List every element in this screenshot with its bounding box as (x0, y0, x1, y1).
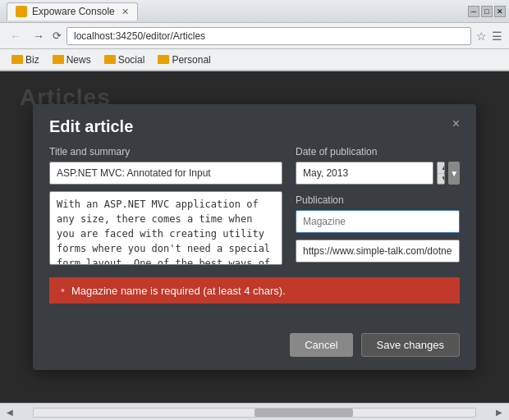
cancel-button[interactable]: Cancel (290, 333, 352, 357)
folder-icon (53, 55, 64, 64)
bookmark-biz[interactable]: Biz (7, 52, 44, 67)
publication-name-input[interactable] (296, 210, 460, 233)
date-down-button[interactable]: ▼ (438, 174, 445, 185)
error-bar: • Magazine name is required (at least 4 … (49, 277, 460, 304)
folder-icon (158, 55, 169, 64)
title-bar: Expoware Console ✕ ─ □ ✕ (0, 0, 509, 23)
back-button[interactable]: ← (7, 28, 25, 44)
modal-title: Edit article (49, 117, 133, 136)
scroll-left-button[interactable]: ◀ (7, 408, 13, 417)
maximize-button[interactable]: □ (481, 6, 493, 17)
bookmarks-bar: Biz News Social Personal (0, 49, 509, 71)
date-spinner: ▲ ▼ (437, 162, 445, 185)
modal-header: Edit article × (33, 104, 476, 146)
article-title-input[interactable] (49, 162, 282, 185)
folder-icon (11, 55, 23, 64)
status-bar: ◀ ▶ (0, 403, 509, 420)
publication-url-input[interactable] (296, 240, 460, 262)
bookmark-news-label: News (66, 54, 91, 66)
modal-footer: Cancel Save changes (33, 323, 476, 370)
bookmark-biz-label: Biz (25, 54, 39, 66)
url-bar[interactable]: localhost:34250/editor/Articles (66, 27, 471, 45)
minimize-button[interactable]: ─ (468, 6, 479, 17)
bookmark-news[interactable]: News (48, 52, 96, 67)
refresh-button[interactable]: ⟳ (53, 30, 62, 42)
publication-section: Publication (296, 194, 460, 262)
bookmark-personal[interactable]: Personal (153, 52, 215, 67)
error-message: Magazine name is required (at least 4 ch… (71, 285, 286, 297)
window-controls: ─ □ ✕ (468, 6, 506, 17)
browser-chrome: Expoware Console ✕ ─ □ ✕ ← → ⟳ localhost… (0, 0, 509, 71)
article-summary-textarea[interactable]: With an ASP.NET MVC application of any s… (49, 191, 282, 265)
modal-close-button[interactable]: × (452, 117, 460, 130)
scroll-right-button[interactable]: ▶ (496, 408, 502, 417)
address-bar: ← → ⟳ localhost:34250/editor/Articles ☆ … (0, 23, 509, 49)
scroll-thumb (254, 409, 353, 417)
date-up-button[interactable]: ▲ (438, 162, 445, 174)
modal-overlay: Edit article × Title and summary With an… (0, 71, 509, 403)
tab-close-button[interactable]: ✕ (122, 7, 129, 17)
tab-title: Expoware Console (32, 6, 115, 17)
error-bullet-icon: • (61, 284, 65, 297)
save-changes-button[interactable]: Save changes (361, 333, 460, 357)
publication-label: Publication (296, 194, 460, 206)
browser-tab[interactable]: Expoware Console ✕ (7, 2, 138, 21)
edit-article-modal: Edit article × Title and summary With an… (33, 104, 476, 370)
bookmark-star-button[interactable]: ☆ (476, 30, 487, 43)
form-col-left: Title and summary With an ASP.NET MVC ap… (49, 146, 282, 267)
title-summary-label: Title and summary (49, 146, 282, 158)
page-content: Articles Edit article × Title and summar… (0, 71, 509, 403)
horizontal-scrollbar[interactable] (33, 408, 476, 418)
date-dropdown-button[interactable]: ▼ (448, 162, 460, 185)
modal-body: Title and summary With an ASP.NET MVC ap… (33, 146, 476, 323)
tab-favicon (16, 6, 27, 17)
date-input[interactable] (296, 162, 433, 185)
form-row-main: Title and summary With an ASP.NET MVC ap… (49, 146, 460, 267)
forward-button[interactable]: → (30, 28, 48, 44)
browser-menu-button[interactable]: ☰ (492, 30, 502, 43)
bookmark-social-label: Social (118, 54, 145, 66)
close-window-button[interactable]: ✕ (494, 6, 506, 17)
bookmark-social[interactable]: Social (99, 52, 150, 67)
bookmark-personal-label: Personal (172, 54, 210, 66)
date-input-group: ▲ ▼ ▼ (296, 162, 460, 185)
date-label: Date of publication (296, 146, 460, 158)
url-text: localhost:34250/editor/Articles (74, 30, 205, 42)
folder-icon (104, 55, 116, 64)
form-col-right: Date of publication ▲ ▼ ▼ Publication (296, 146, 460, 267)
